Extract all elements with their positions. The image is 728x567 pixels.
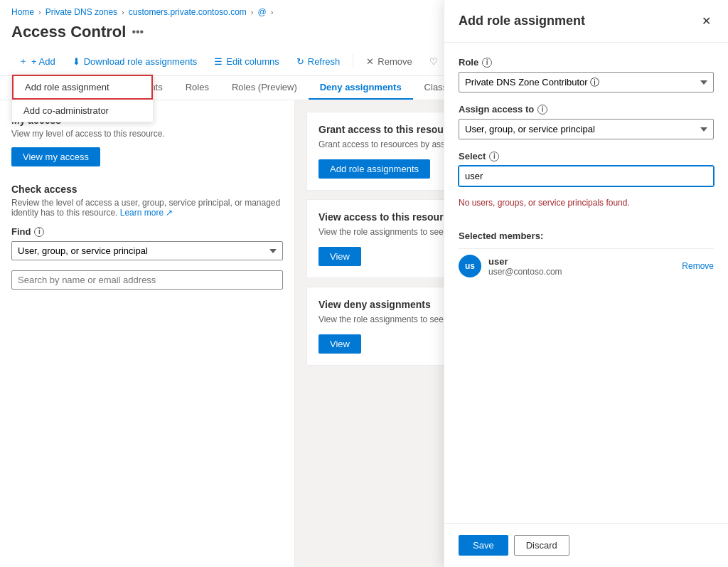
role-info-icon[interactable]: i xyxy=(482,58,492,68)
edit-columns-label: Edit columns xyxy=(226,56,279,67)
dropdown-item-add-role[interactable]: Add role assignment xyxy=(12,75,153,100)
search-input[interactable] xyxy=(11,270,283,290)
remove-label: Remove xyxy=(378,56,412,67)
breadcrumb-sep-2: › xyxy=(122,8,124,16)
role-field: Role i Private DNS Zone Contributor ⓘ xyxy=(459,57,714,92)
no-results-message: No users, groups, or service principals … xyxy=(459,192,714,213)
add-button[interactable]: ＋ + Add xyxy=(11,51,63,71)
side-panel-title: Add role assignment xyxy=(459,14,585,28)
add-dropdown-menu: Add role assignment Add co-administrator xyxy=(11,74,154,122)
close-button[interactable]: ✕ xyxy=(699,11,714,31)
assign-select-wrapper: User, group, or service principal xyxy=(459,119,714,139)
assign-access-field: Assign access to i User, group, or servi… xyxy=(459,104,714,139)
view-my-access-button[interactable]: View my access xyxy=(11,147,100,166)
selected-members-section: Selected members: us user user@contoso.c… xyxy=(459,230,714,283)
favorite-button[interactable]: ♡ xyxy=(422,53,445,70)
more-options-icon[interactable]: ••• xyxy=(132,26,144,38)
tab-deny-assignments[interactable]: Deny assignments xyxy=(309,76,413,100)
find-field: Find i User, group, or service principal xyxy=(11,226,283,260)
toolbar-divider xyxy=(353,54,353,68)
find-select[interactable]: User, group, or service principal xyxy=(11,241,283,260)
download-icon: ⬇ xyxy=(73,56,80,67)
refresh-label: Refresh xyxy=(308,56,341,67)
remove-button[interactable]: ✕ Remove xyxy=(359,53,419,70)
tab-roles-preview[interactable]: Roles (Preview) xyxy=(220,76,309,100)
side-panel-footer: Save Discard xyxy=(444,523,728,567)
breadcrumb-home[interactable]: Home xyxy=(11,7,34,17)
refresh-icon: ↻ xyxy=(296,56,304,67)
view-access-button[interactable]: View xyxy=(318,247,361,266)
page-title: Access Control xyxy=(11,23,126,41)
role-label: Role i xyxy=(459,57,714,68)
select-label: Select i xyxy=(459,151,714,161)
select-field: Select i No users, groups, or service pr… xyxy=(459,151,714,213)
find-info-icon[interactable]: i xyxy=(34,227,44,237)
tab-roles[interactable]: Roles xyxy=(174,76,220,100)
assign-access-select[interactable]: User, group, or service principal xyxy=(459,119,714,139)
download-button[interactable]: ⬇ Download role assignments xyxy=(65,53,205,70)
side-panel: Add role assignment ✕ Role i Private DNS… xyxy=(444,0,728,567)
breadcrumb-sep-3: › xyxy=(251,8,254,16)
role-select-wrapper: Private DNS Zone Contributor ⓘ xyxy=(459,72,714,92)
search-field xyxy=(11,267,283,290)
add-role-assignments-button[interactable]: Add role assignments xyxy=(318,159,430,179)
my-access-description: View my level of access to this resource… xyxy=(11,129,283,139)
add-label: + Add xyxy=(31,56,55,67)
learn-more-link[interactable]: Learn more ↗ xyxy=(120,208,173,218)
remove-icon: ✕ xyxy=(366,56,374,67)
avatar: us xyxy=(459,255,481,277)
left-panel: My access View my level of access to thi… xyxy=(0,100,295,567)
discard-button[interactable]: Discard xyxy=(514,535,569,556)
side-panel-header: Add role assignment ✕ xyxy=(444,0,728,43)
assign-info-icon[interactable]: i xyxy=(537,105,547,115)
member-remove-link[interactable]: Remove xyxy=(682,261,714,271)
breadcrumb-dns-zones[interactable]: Private DNS zones xyxy=(46,7,117,17)
view-deny-button[interactable]: View xyxy=(318,334,361,354)
selected-members-title: Selected members: xyxy=(459,230,714,241)
side-panel-body: Role i Private DNS Zone Contributor ⓘ As… xyxy=(444,43,728,523)
select-input[interactable] xyxy=(459,166,714,186)
member-item: us user user@contoso.com Remove xyxy=(459,248,714,283)
check-access-description: Review the level of access a user, group… xyxy=(11,198,283,218)
breadcrumb-contoso[interactable]: customers.private.contoso.com xyxy=(129,7,247,17)
check-access-section: Check access Review the level of access … xyxy=(11,184,283,290)
check-access-title: Check access xyxy=(11,184,283,195)
download-label: Download role assignments xyxy=(84,56,198,67)
select-info-icon[interactable]: i xyxy=(489,152,499,161)
member-email: user@contoso.com xyxy=(488,267,675,277)
favorite-icon: ♡ xyxy=(429,56,438,67)
columns-icon: ☰ xyxy=(214,56,223,67)
save-button[interactable]: Save xyxy=(459,535,508,556)
assign-access-label: Assign access to i xyxy=(459,104,714,115)
add-icon: ＋ xyxy=(18,55,28,68)
role-select[interactable]: Private DNS Zone Contributor ⓘ xyxy=(459,72,714,92)
edit-columns-button[interactable]: ☰ Edit columns xyxy=(207,53,286,70)
breadcrumb-at[interactable]: @ xyxy=(257,7,266,17)
breadcrumb-sep-4: › xyxy=(271,8,274,16)
breadcrumb-sep-1: › xyxy=(38,8,41,16)
find-label: Find i xyxy=(11,226,283,237)
member-name: user xyxy=(488,256,675,267)
find-select-wrapper: User, group, or service principal xyxy=(11,241,283,260)
refresh-button[interactable]: ↻ Refresh xyxy=(289,53,348,70)
member-info: user user@contoso.com xyxy=(488,256,675,277)
dropdown-item-add-coadmin[interactable]: Add co-administrator xyxy=(12,100,153,122)
